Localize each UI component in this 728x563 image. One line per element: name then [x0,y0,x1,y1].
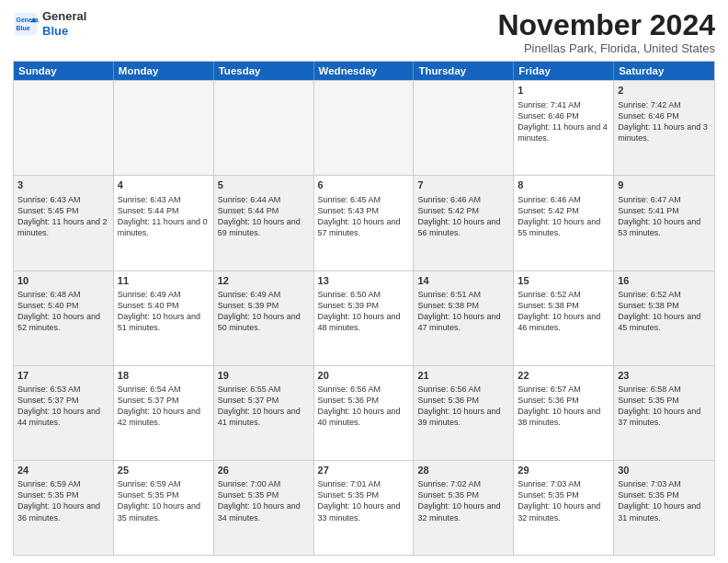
day-number: 8 [518,178,609,192]
cell-info: Sunrise: 6:54 AMSunset: 5:37 PMDaylight:… [118,384,210,429]
day-number: 11 [118,274,210,288]
day-number: 6 [318,178,410,192]
header-day-friday: Friday [514,62,614,80]
calendar-cell-24: 24Sunrise: 6:59 AMSunset: 5:35 PMDayligh… [14,461,114,555]
cell-info: Sunrise: 6:52 AMSunset: 5:38 PMDaylight:… [618,289,711,334]
cell-info: Sunrise: 7:41 AMSunset: 6:46 PMDaylight:… [518,99,609,144]
day-number: 4 [118,178,210,192]
calendar-cell-26: 26Sunrise: 7:00 AMSunset: 5:35 PMDayligh… [214,461,314,555]
day-number: 14 [417,274,509,288]
day-number: 2 [618,84,711,98]
cell-info: Sunrise: 6:47 AMSunset: 5:41 PMDaylight:… [618,194,711,239]
cell-info: Sunrise: 6:44 AMSunset: 5:44 PMDaylight:… [218,194,310,239]
calendar-cell-7: 7Sunrise: 6:46 AMSunset: 5:42 PMDaylight… [414,176,514,270]
header-day-sunday: Sunday [14,62,114,80]
logo-icon: General Blue [13,11,39,37]
calendar-cell-empty-0-1 [114,81,214,175]
cell-info: Sunrise: 7:00 AMSunset: 5:35 PMDaylight:… [218,478,310,523]
cell-info: Sunrise: 6:51 AMSunset: 5:38 PMDaylight:… [417,289,509,334]
calendar-cell-3: 3Sunrise: 6:43 AMSunset: 5:45 PMDaylight… [14,176,114,270]
day-number: 30 [618,464,711,477]
calendar-cell-6: 6Sunrise: 6:45 AMSunset: 5:43 PMDaylight… [314,176,415,270]
calendar-cell-empty-0-0 [14,81,114,175]
location: Pinellas Park, Florida, United States [497,41,715,55]
calendar-row-1: 3Sunrise: 6:43 AMSunset: 5:45 PMDaylight… [14,175,714,270]
day-number: 24 [17,464,109,477]
cell-info: Sunrise: 6:53 AMSunset: 5:37 PMDaylight:… [17,384,109,429]
cell-info: Sunrise: 6:48 AMSunset: 5:40 PMDaylight:… [17,289,109,334]
day-number: 1 [518,84,609,98]
calendar-cell-1: 1Sunrise: 7:41 AMSunset: 6:46 PMDaylight… [514,81,614,175]
cell-info: Sunrise: 6:56 AMSunset: 5:36 PMDaylight:… [417,384,509,429]
cell-info: Sunrise: 6:59 AMSunset: 5:35 PMDaylight:… [17,478,109,523]
logo-text-blue: Blue [42,24,86,39]
day-number: 23 [618,369,711,383]
cell-info: Sunrise: 6:58 AMSunset: 5:35 PMDaylight:… [618,384,711,429]
logo: General Blue General Blue [13,9,86,38]
calendar-cell-18: 18Sunrise: 6:54 AMSunset: 5:37 PMDayligh… [114,366,214,460]
day-number: 28 [417,464,509,477]
cell-info: Sunrise: 7:03 AMSunset: 5:35 PMDaylight:… [618,478,711,523]
day-number: 25 [118,464,210,477]
day-number: 10 [17,274,109,288]
calendar-row-0: 1Sunrise: 7:41 AMSunset: 6:46 PMDaylight… [14,80,714,175]
calendar-cell-empty-0-4 [414,81,514,175]
calendar-cell-27: 27Sunrise: 7:01 AMSunset: 5:35 PMDayligh… [314,461,415,555]
day-number: 3 [17,178,109,192]
calendar-cell-17: 17Sunrise: 6:53 AMSunset: 5:37 PMDayligh… [14,366,114,460]
calendar-cell-20: 20Sunrise: 6:56 AMSunset: 5:36 PMDayligh… [314,366,415,460]
svg-text:Blue: Blue [17,25,30,31]
cell-info: Sunrise: 6:50 AMSunset: 5:39 PMDaylight:… [318,289,410,334]
cell-info: Sunrise: 6:56 AMSunset: 5:36 PMDaylight:… [318,384,410,429]
calendar-cell-19: 19Sunrise: 6:55 AMSunset: 5:37 PMDayligh… [214,366,314,460]
calendar-body: 1Sunrise: 7:41 AMSunset: 6:46 PMDaylight… [14,80,714,555]
day-number: 7 [417,178,509,192]
day-number: 26 [218,464,310,477]
calendar-cell-13: 13Sunrise: 6:50 AMSunset: 5:39 PMDayligh… [314,271,415,365]
day-number: 21 [417,369,509,383]
calendar-cell-9: 9Sunrise: 6:47 AMSunset: 5:41 PMDaylight… [614,176,714,270]
day-number: 18 [118,369,210,383]
cell-info: Sunrise: 6:55 AMSunset: 5:37 PMDaylight:… [218,384,310,429]
day-number: 22 [518,369,609,383]
calendar-cell-11: 11Sunrise: 6:49 AMSunset: 5:40 PMDayligh… [114,271,214,365]
calendar-cell-4: 4Sunrise: 6:43 AMSunset: 5:44 PMDaylight… [114,176,214,270]
calendar-cell-30: 30Sunrise: 7:03 AMSunset: 5:35 PMDayligh… [614,461,714,555]
cell-info: Sunrise: 6:52 AMSunset: 5:38 PMDaylight:… [518,289,609,334]
calendar-cell-16: 16Sunrise: 6:52 AMSunset: 5:38 PMDayligh… [614,271,714,365]
cell-info: Sunrise: 6:45 AMSunset: 5:43 PMDaylight:… [318,194,410,239]
day-number: 27 [318,464,410,477]
calendar-cell-15: 15Sunrise: 6:52 AMSunset: 5:38 PMDayligh… [514,271,614,365]
cell-info: Sunrise: 6:46 AMSunset: 5:42 PMDaylight:… [518,194,609,239]
calendar-cell-21: 21Sunrise: 6:56 AMSunset: 5:36 PMDayligh… [414,366,514,460]
calendar-cell-28: 28Sunrise: 7:02 AMSunset: 5:35 PMDayligh… [414,461,514,555]
cell-info: Sunrise: 6:49 AMSunset: 5:40 PMDaylight:… [118,289,210,334]
cell-info: Sunrise: 7:03 AMSunset: 5:35 PMDaylight:… [518,478,609,523]
header-day-tuesday: Tuesday [214,62,314,80]
cell-info: Sunrise: 6:59 AMSunset: 5:35 PMDaylight:… [118,478,210,523]
day-number: 5 [218,178,310,192]
calendar-cell-8: 8Sunrise: 6:46 AMSunset: 5:42 PMDaylight… [514,176,614,270]
cell-info: Sunrise: 6:43 AMSunset: 5:45 PMDaylight:… [17,194,109,239]
cell-info: Sunrise: 7:01 AMSunset: 5:35 PMDaylight:… [318,478,410,523]
cell-info: Sunrise: 6:49 AMSunset: 5:39 PMDaylight:… [218,289,310,334]
cell-info: Sunrise: 7:42 AMSunset: 6:46 PMDaylight:… [618,99,711,144]
calendar-cell-12: 12Sunrise: 6:49 AMSunset: 5:39 PMDayligh… [214,271,314,365]
day-number: 19 [218,369,310,383]
calendar-cell-22: 22Sunrise: 6:57 AMSunset: 5:36 PMDayligh… [514,366,614,460]
day-number: 20 [318,369,410,383]
cell-info: Sunrise: 6:46 AMSunset: 5:42 PMDaylight:… [417,194,509,239]
calendar: SundayMondayTuesdayWednesdayThursdayFrid… [13,61,715,556]
calendar-row-4: 24Sunrise: 6:59 AMSunset: 5:35 PMDayligh… [14,460,714,555]
calendar-cell-empty-0-3 [314,81,415,175]
calendar-cell-2: 2Sunrise: 7:42 AMSunset: 6:46 PMDaylight… [614,81,714,175]
day-number: 12 [218,274,310,288]
day-number: 13 [318,274,410,288]
calendar-row-3: 17Sunrise: 6:53 AMSunset: 5:37 PMDayligh… [14,365,714,460]
logo-text-general: General [42,9,86,24]
calendar-row-2: 10Sunrise: 6:48 AMSunset: 5:40 PMDayligh… [14,270,714,365]
header-day-monday: Monday [114,62,214,80]
calendar-cell-29: 29Sunrise: 7:03 AMSunset: 5:35 PMDayligh… [514,461,614,555]
cell-info: Sunrise: 6:43 AMSunset: 5:44 PMDaylight:… [118,194,210,239]
day-number: 29 [518,464,609,477]
